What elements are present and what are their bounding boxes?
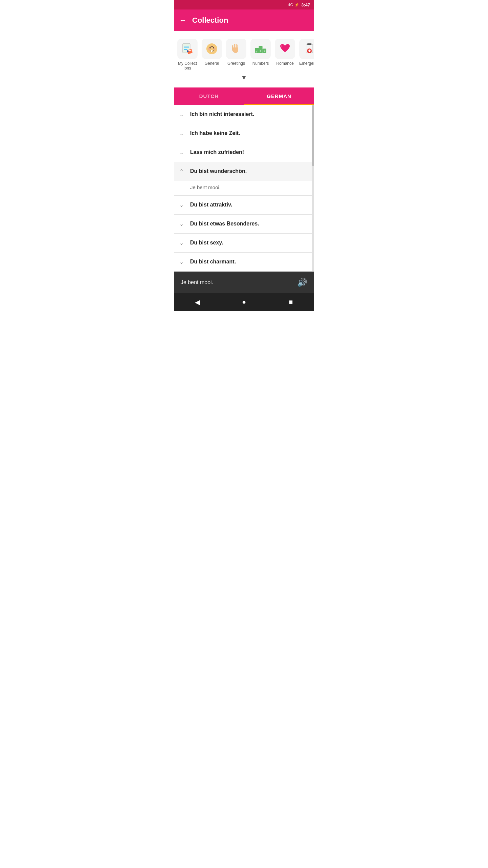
signal-icon: 4G (288, 3, 293, 7)
emergency-label: Emergency (299, 61, 314, 66)
phrase-text-4: Du bist wunderschön. (190, 168, 247, 174)
chevron-icon-7: ⌄ (179, 240, 185, 246)
phrase-text-7: Du bist sexy. (190, 240, 223, 246)
emergency-icon-wrap (299, 39, 314, 59)
playback-text: Je bent mooi. (181, 279, 213, 285)
phrase-row-1[interactable]: ⌄ Ich bin nicht interessiert. (174, 105, 314, 124)
svg-point-8 (206, 43, 217, 54)
svg-point-11 (208, 48, 210, 50)
chevron-icon-5: ⌄ (179, 202, 185, 208)
phrase-text-8: Du bist charmant. (190, 259, 236, 265)
phrase-row-6[interactable]: ⌄ Du bist etwas Besonderes. (174, 215, 314, 234)
numbers-icon-wrap: 2 1 3 (250, 39, 271, 59)
general-icon-wrap (202, 39, 222, 59)
category-emergency[interactable]: Emergency (297, 37, 314, 73)
tab-german[interactable]: GERMAN (244, 87, 314, 105)
numbers-label: Numbers (252, 61, 269, 66)
notebook-icon (181, 42, 194, 56)
phrase-row-4[interactable]: ⌃ Du bist wunderschön. (174, 162, 314, 181)
translation-row-4: Je bent mooi. (174, 181, 314, 196)
phrase-text-6: Du bist etwas Besonderes. (190, 221, 259, 227)
translation-text-4: Je bent mooi. (190, 184, 221, 190)
nav-bar: ◀ ● ■ (174, 293, 314, 311)
category-my-collections[interactable]: My Collect ions (175, 37, 200, 73)
nav-back-button[interactable]: ◀ (190, 295, 204, 309)
status-icons: 4G ⚡ (288, 3, 299, 7)
chevron-row[interactable]: ▼ (174, 73, 314, 85)
categories-section: My Collect ions General (174, 31, 314, 87)
chevron-icon-4: ⌃ (179, 168, 185, 175)
greetings-label: Greetings (227, 61, 245, 66)
playback-bar: Je bent mooi. 🔊 (174, 272, 314, 293)
chevron-down-icon[interactable]: ▼ (241, 74, 247, 81)
my-collections-label: My Collect ions (177, 61, 198, 71)
phrase-text-1: Ich bin nicht interessiert. (190, 111, 254, 117)
face-icon (205, 42, 219, 56)
tab-dutch[interactable]: DUTCH (174, 87, 244, 105)
categories-row: My Collect ions General (174, 37, 314, 73)
status-bar: 4G ⚡ 3:47 (174, 0, 314, 9)
nav-recents-button[interactable]: ■ (284, 295, 298, 309)
scrollbar-track (312, 105, 314, 272)
category-numbers[interactable]: 2 1 3 Numbers (248, 37, 273, 73)
speaker-icon[interactable]: 🔊 (297, 278, 307, 287)
svg-text:2: 2 (256, 51, 257, 53)
scrollbar-thumb[interactable] (312, 105, 314, 166)
phrase-list: ⌄ Ich bin nicht interessiert. ⌄ Ich habe… (174, 105, 314, 272)
chevron-icon-6: ⌄ (179, 221, 185, 227)
chevron-icon-8: ⌄ (179, 259, 185, 265)
phrase-row-8[interactable]: ⌄ Du bist charmant. (174, 253, 314, 272)
phrase-text-3: Lass mich zufrieden! (190, 149, 244, 155)
nav-home-button[interactable]: ● (237, 295, 251, 309)
category-greetings[interactable]: Greetings (224, 37, 248, 73)
back-button[interactable]: ← (179, 17, 187, 24)
page-title: Collection (192, 16, 228, 25)
hand-icon (229, 42, 243, 56)
phrase-row-5[interactable]: ⌄ Du bist attraktiv. (174, 196, 314, 215)
greetings-icon-wrap (226, 39, 246, 59)
top-bar: ← Collection (174, 9, 314, 31)
svg-rect-22 (307, 43, 311, 45)
phrase-row-3[interactable]: ⌄ Lass mich zufrieden! (174, 143, 314, 162)
romance-label: Romance (276, 61, 293, 66)
my-collections-icon-wrap (177, 39, 198, 59)
tabs-row: DUTCH GERMAN (174, 87, 314, 105)
clock: 3:47 (301, 2, 310, 7)
category-general[interactable]: General (200, 37, 224, 73)
phrase-row-7[interactable]: ⌄ Du bist sexy. (174, 234, 314, 253)
svg-text:3: 3 (264, 50, 265, 53)
heart-icon (278, 42, 292, 56)
phrase-list-container: ⌄ Ich bin nicht interessiert. ⌄ Ich habe… (174, 105, 314, 272)
romance-icon-wrap (275, 39, 295, 59)
category-romance[interactable]: Romance (273, 37, 297, 73)
svg-text:1: 1 (260, 50, 262, 53)
numbers-icon: 2 1 3 (254, 42, 267, 56)
battery-icon: ⚡ (294, 3, 299, 7)
svg-rect-13 (211, 50, 212, 52)
chevron-icon-2: ⌄ (179, 130, 185, 137)
svg-point-12 (214, 48, 216, 50)
chevron-icon-3: ⌄ (179, 149, 185, 156)
phrase-text-2: Ich habe keine Zeit. (190, 130, 240, 136)
phrase-row-2[interactable]: ⌄ Ich habe keine Zeit. (174, 124, 314, 143)
phrase-text-5: Du bist attraktiv. (190, 202, 232, 208)
general-label: General (205, 61, 219, 66)
chevron-icon-1: ⌄ (179, 111, 185, 118)
emergency-icon (303, 42, 314, 56)
